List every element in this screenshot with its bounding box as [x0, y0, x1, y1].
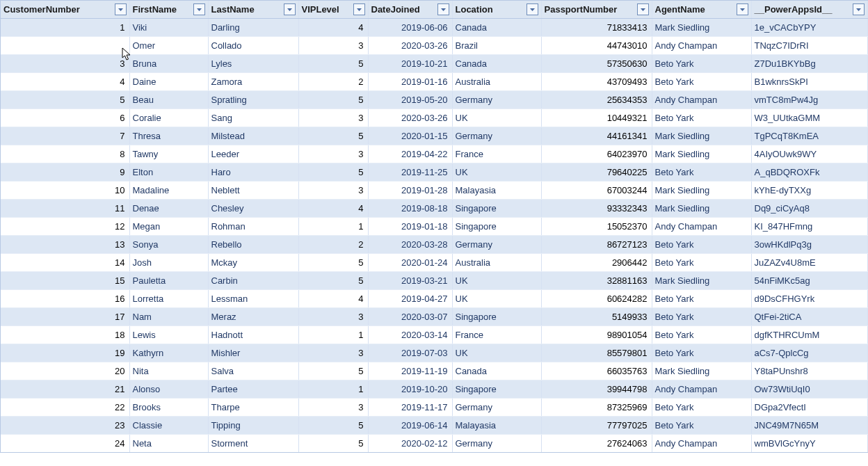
cell-VIPLevel[interactable]: 1	[298, 218, 368, 236]
cell-CustomerNumber[interactable]: 6	[1, 109, 129, 127]
cell-PowerAppsId[interactable]: DGpa2VfectI	[751, 399, 867, 417]
cell-LastName[interactable]: Hadnott	[208, 326, 298, 344]
cell-DateJoined[interactable]: 2020-03-14	[368, 326, 452, 344]
cell-PassportNumber[interactable]: 10449321	[541, 109, 652, 127]
cell-CustomerNumber[interactable]: 15	[1, 272, 129, 290]
cell-AgentName[interactable]: Mark Siedling	[652, 145, 751, 163]
cell-FirstName[interactable]: Madaline	[129, 182, 208, 200]
cell-AgentName[interactable]: Andy Champan	[652, 380, 751, 399]
cell-PowerAppsId[interactable]: Dq9_ciCyAq8	[751, 200, 867, 218]
cell-CustomerNumber[interactable]: 8	[1, 145, 129, 163]
cell-VIPLevel[interactable]: 5	[298, 254, 368, 272]
cell-AgentName[interactable]: Andy Champan	[652, 91, 751, 109]
table-row[interactable]: 24NetaStorment52020-02-12Germany27624063…	[1, 435, 867, 453]
cell-PassportNumber[interactable]: 71833413	[541, 19, 652, 37]
cell-PassportNumber[interactable]: 67003244	[541, 182, 652, 200]
cell-VIPLevel[interactable]: 2	[298, 73, 368, 91]
table-row[interactable]: 14JoshMckay52020-01-24Australia2906442Be…	[1, 254, 867, 272]
cell-PassportNumber[interactable]: 57350630	[541, 55, 652, 73]
table-row[interactable]: 4DaineZamora22019-01-16Australia43709493…	[1, 73, 867, 91]
cell-PassportNumber[interactable]: 93332343	[541, 200, 652, 218]
column-header-PassportNumber[interactable]: PassportNumber	[541, 1, 652, 19]
cell-VIPLevel[interactable]: 2	[298, 236, 368, 254]
cell-LastName[interactable]: Spratling	[208, 91, 298, 109]
cell-PassportNumber[interactable]: 25634353	[541, 91, 652, 109]
table-row[interactable]: 23ClassieTipping52019-06-14Malayasia7779…	[1, 417, 867, 435]
cell-DateJoined[interactable]: 2019-07-03	[368, 344, 452, 362]
cell-LastName[interactable]: Tipping	[208, 417, 298, 435]
cell-PassportNumber[interactable]: 87325969	[541, 399, 652, 417]
cell-AgentName[interactable]: Beto Yark	[652, 417, 751, 435]
table-row[interactable]: 6CoralieSang32020-03-26UK10449321Beto Ya…	[1, 109, 867, 127]
cell-VIPLevel[interactable]: 4	[298, 19, 368, 37]
cell-Location[interactable]: France	[452, 326, 541, 344]
cell-Location[interactable]: Canada	[452, 362, 541, 380]
cell-DateJoined[interactable]: 2020-01-15	[368, 127, 452, 145]
cell-AgentName[interactable]: Mark Siedling	[652, 200, 751, 218]
cell-FirstName[interactable]: Daine	[129, 73, 208, 91]
cell-VIPLevel[interactable]: 3	[298, 182, 368, 200]
column-header-LastName[interactable]: LastName	[208, 1, 298, 19]
cell-PowerAppsId[interactable]: 4AIyOUwk9WY	[751, 145, 867, 163]
cell-PowerAppsId[interactable]: Ow73WtiUqI0	[751, 380, 867, 399]
cell-PowerAppsId[interactable]: QtFei-2tiCA	[751, 308, 867, 326]
cell-FirstName[interactable]: Kathyrn	[129, 344, 208, 362]
cell-CustomerNumber[interactable]: 11	[1, 200, 129, 218]
cell-AgentName[interactable]: Beto Yark	[652, 55, 751, 73]
cell-PassportNumber[interactable]: 60624282	[541, 290, 652, 308]
cell-PassportNumber[interactable]: 79640225	[541, 163, 652, 182]
cell-CustomerNumber[interactable]: 10	[1, 182, 129, 200]
table-row[interactable]: 8TawnyLeeder32019-04-22France64023970Mar…	[1, 145, 867, 163]
cell-FirstName[interactable]: Omer	[129, 37, 208, 55]
cell-LastName[interactable]: Tharpe	[208, 399, 298, 417]
cell-DateJoined[interactable]: 2019-04-27	[368, 290, 452, 308]
cell-Location[interactable]: France	[452, 145, 541, 163]
cell-LastName[interactable]: Salva	[208, 362, 298, 380]
cell-LastName[interactable]: Carbin	[208, 272, 298, 290]
cell-PowerAppsId[interactable]: W3_UUtkaGMM	[751, 109, 867, 127]
cell-Location[interactable]: Singapore	[452, 218, 541, 236]
cell-VIPLevel[interactable]: 3	[298, 37, 368, 55]
table-row[interactable]: 15PaulettaCarbin52019-03-21UK32881163Mar…	[1, 272, 867, 290]
cell-VIPLevel[interactable]: 5	[298, 272, 368, 290]
filter-dropdown-icon[interactable]	[527, 3, 538, 15]
cell-CustomerNumber[interactable]: 5	[1, 91, 129, 109]
cell-FirstName[interactable]: Classie	[129, 417, 208, 435]
cell-PowerAppsId[interactable]: 3owHKdlPq3g	[751, 236, 867, 254]
cell-DateJoined[interactable]: 2019-04-22	[368, 145, 452, 163]
table-row[interactable]: 18LewisHadnott12020-03-14France98901054B…	[1, 326, 867, 344]
table-row[interactable]: 17NamMeraz32020-03-07Singapore5149933Bet…	[1, 308, 867, 326]
cell-VIPLevel[interactable]: 1	[298, 326, 368, 344]
cell-VIPLevel[interactable]: 5	[298, 91, 368, 109]
cell-PassportNumber[interactable]: 86727123	[541, 236, 652, 254]
filter-dropdown-icon[interactable]	[115, 3, 127, 15]
cell-AgentName[interactable]: Mark Siedling	[652, 362, 751, 380]
cell-LastName[interactable]: Sang	[208, 109, 298, 127]
cell-VIPLevel[interactable]: 5	[298, 163, 368, 182]
cell-AgentName[interactable]: Mark Siedling	[652, 127, 751, 145]
cell-CustomerNumber[interactable]: 3	[1, 55, 129, 73]
cell-VIPLevel[interactable]: 3	[298, 109, 368, 127]
cell-PassportNumber[interactable]: 64023970	[541, 145, 652, 163]
cell-CustomerNumber[interactable]: 9	[1, 163, 129, 182]
cell-AgentName[interactable]: Beto Yark	[652, 109, 751, 127]
cell-Location[interactable]: UK	[452, 109, 541, 127]
cell-CustomerNumber[interactable]: 12	[1, 218, 129, 236]
cell-Location[interactable]: Germany	[452, 399, 541, 417]
cell-FirstName[interactable]: Sonya	[129, 236, 208, 254]
cell-AgentName[interactable]: Mark Siedling	[652, 272, 751, 290]
cell-PowerAppsId[interactable]: 1e_vCACbYPY	[751, 19, 867, 37]
column-header-FirstName[interactable]: FirstName	[129, 1, 208, 19]
table-row[interactable]: 9EltonHaro52019-11-25UK79640225Beto Yark…	[1, 163, 867, 182]
cell-LastName[interactable]: Milstead	[208, 127, 298, 145]
cell-VIPLevel[interactable]: 5	[298, 435, 368, 453]
cell-DateJoined[interactable]: 2019-01-18	[368, 218, 452, 236]
cell-PowerAppsId[interactable]: Y8taPUnshr8	[751, 362, 867, 380]
cell-CustomerNumber[interactable]: 23	[1, 417, 129, 435]
cell-LastName[interactable]: Mishler	[208, 344, 298, 362]
cell-VIPLevel[interactable]: 1	[298, 380, 368, 399]
cell-LastName[interactable]: Partee	[208, 380, 298, 399]
cell-FirstName[interactable]: Denae	[129, 200, 208, 218]
cell-CustomerNumber[interactable]: 22	[1, 399, 129, 417]
cell-AgentName[interactable]: Andy Champan	[652, 37, 751, 55]
